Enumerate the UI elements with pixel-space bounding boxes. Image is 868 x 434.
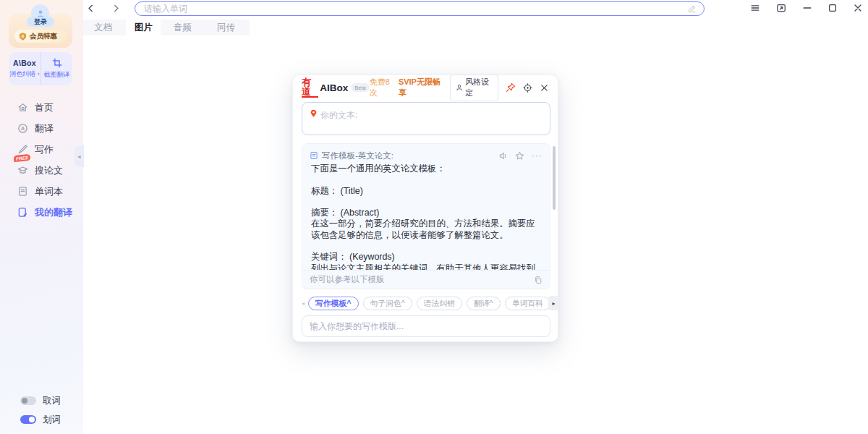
- collapse-arrow-icon: ◂: [77, 153, 80, 160]
- result-card-footer: 你可以参考以下模版: [302, 270, 550, 289]
- search-input[interactable]: [135, 4, 687, 14]
- graduation-cap-icon: [17, 165, 28, 176]
- settings-gear-icon[interactable]: [523, 83, 532, 93]
- login-button[interactable]: 登录: [27, 17, 54, 27]
- style-setting-button[interactable]: 风格设定: [450, 75, 498, 101]
- result-title: 写作模板-英文论文:: [322, 150, 393, 161]
- chip-writing-template[interactable]: 写作模板^: [308, 297, 359, 310]
- favorite-star-icon[interactable]: [515, 151, 524, 161]
- tab-image[interactable]: 图片: [135, 22, 153, 34]
- person-icon: [456, 84, 463, 91]
- aibox-dialog: 有道 AIBox Beta 免费8次 SVIP无限畅享 风格设定 你的文本:: [292, 75, 558, 342]
- login-area[interactable]: 登录 ¥ 会员特惠: [9, 4, 72, 48]
- forward-button[interactable]: [110, 2, 122, 14]
- speaker-icon[interactable]: [498, 151, 508, 161]
- minimize-icon: [802, 3, 812, 13]
- sidebar-item-label: 单词本: [35, 185, 63, 198]
- chip-word-encyclopedia[interactable]: 单词百科: [505, 297, 550, 310]
- aibox-polish-shortcut[interactable]: A\Box 润色纠错 ›: [9, 52, 41, 85]
- maximize-icon: [827, 3, 838, 13]
- template-prompt-box: [302, 315, 550, 337]
- menu-button[interactable]: [749, 2, 761, 14]
- chip-grammar-check[interactable]: 语法纠错: [417, 297, 462, 310]
- chips-scroll-left-icon[interactable]: ◂: [302, 300, 305, 307]
- function-chips-row: ◂ 写作模板^ 句子润色^ 语法纠错 翻译^ 单词百科 论文去: [302, 295, 550, 311]
- close-icon: [853, 3, 863, 13]
- chips-scroll-right-button[interactable]: ▸: [548, 296, 559, 310]
- hamburger-icon: [750, 3, 760, 13]
- vip-badge-icon: ¥: [19, 33, 27, 41]
- tab-document[interactable]: 文档: [94, 22, 112, 34]
- location-pin-icon: [310, 109, 318, 118]
- your-text-input-area[interactable]: 你的文本:: [302, 102, 550, 135]
- template-body-text: 下面是一个通用的英文论文模板： 标题： (Title) 摘要： (Abstrac…: [311, 163, 544, 270]
- dialog-scrollbar-thumb[interactable]: [553, 146, 556, 210]
- chips-scroller: 写作模板^ 句子润色^ 语法纠错 翻译^ 单词百科 论文去: [308, 297, 550, 310]
- sidebar-item-paper-search[interactable]: 搜论文: [0, 160, 83, 181]
- sidebar-collapse-handle[interactable]: ◂: [75, 145, 84, 167]
- crop-icon: [52, 58, 62, 68]
- mini-window-icon: [776, 3, 786, 13]
- handwriting-pen-icon[interactable]: [687, 4, 697, 14]
- svg-text:A: A: [21, 125, 25, 132]
- aibox-polish-label: 润色纠错 ›: [9, 69, 40, 79]
- pen-icon: [17, 144, 28, 155]
- screenshot-translate-shortcut[interactable]: 截图翻译: [41, 52, 72, 85]
- sidebar-item-wordbook[interactable]: 单词本: [0, 181, 83, 202]
- word-capture-toggle-row: 取词: [20, 393, 85, 408]
- book-icon: [17, 186, 28, 197]
- chip-translate[interactable]: 翻译^: [467, 297, 501, 310]
- aibox-dialog-header: 有道 AIBox Beta 免费8次 SVIP无限畅享 风格设定: [293, 75, 558, 100]
- maximize-button[interactable]: [827, 2, 838, 14]
- svip-promo-link[interactable]: SVIP无限畅享: [399, 77, 443, 98]
- your-text-placeholder: 你的文本:: [320, 109, 357, 122]
- vip-offer-label: 会员特惠: [30, 32, 57, 41]
- word-capture-toggle[interactable]: [20, 396, 36, 405]
- close-window-button[interactable]: [852, 2, 864, 14]
- pin-icon[interactable]: [506, 82, 516, 93]
- result-card-header: 写作模板-英文论文: ···: [302, 144, 550, 161]
- sidebar-item-label: 我的翻译: [35, 206, 72, 219]
- close-dialog-button[interactable]: [540, 83, 549, 93]
- sidebar-item-label: 翻译: [35, 122, 54, 135]
- tab-simultaneous[interactable]: 同传: [217, 22, 235, 34]
- sidebar-item-writing[interactable]: 写作: [0, 139, 83, 160]
- chip-sentence-polish[interactable]: 句子润色^: [363, 297, 412, 310]
- translate-icon: A: [17, 123, 28, 134]
- sidebar: 登录 ¥ 会员特惠 A\Box 润色纠错 › 截图翻译 首页 A 翻译: [0, 0, 83, 434]
- template-doc-icon: [310, 151, 318, 160]
- template-prompt-input[interactable]: [302, 316, 550, 336]
- mini-window-button[interactable]: [775, 2, 787, 14]
- sidebar-item-label: 首页: [35, 101, 54, 114]
- word-select-toggle-row: 划词: [20, 412, 85, 427]
- aibox-shortcut-card: A\Box 润色纠错 › 截图翻译: [9, 52, 72, 85]
- home-icon: [17, 102, 28, 113]
- footer-hint-text: 你可以参考以下模版: [310, 274, 385, 285]
- free-quota-label: 免费8次: [370, 77, 395, 98]
- minimize-button[interactable]: [801, 2, 813, 14]
- sidebar-item-my-translation[interactable]: 我的翻译: [0, 202, 83, 223]
- more-options-icon[interactable]: ···: [532, 150, 542, 161]
- copy-icon[interactable]: [534, 276, 542, 284]
- screenshot-translate-label: 截图翻译: [44, 70, 70, 80]
- back-button[interactable]: [85, 2, 96, 14]
- aibox-logo: A\Box: [13, 59, 36, 67]
- vip-offer-button[interactable]: ¥ 会员特惠: [14, 30, 67, 43]
- youdao-logo: 有道: [302, 77, 318, 98]
- tab-audio[interactable]: 音频: [174, 22, 192, 34]
- toggle-label: 划词: [43, 414, 61, 426]
- template-result-card: 写作模板-英文论文: ··· 下面是一个通用的英文论文模板： 标题： (Titl…: [302, 143, 550, 289]
- style-setting-label: 风格设定: [465, 77, 493, 98]
- my-translation-icon: [17, 207, 28, 218]
- sidebar-item-home[interactable]: 首页: [0, 97, 83, 118]
- word-select-toggle[interactable]: [20, 415, 36, 424]
- sidebar-item-label: 搜论文: [35, 164, 63, 177]
- result-actions: ···: [498, 150, 542, 161]
- toggle-label: 取词: [43, 395, 61, 407]
- search-bar: [135, 1, 705, 16]
- sidebar-item-translate[interactable]: A 翻译: [0, 118, 83, 139]
- beta-badge: Beta: [351, 83, 369, 92]
- sidebar-item-label: 写作: [35, 143, 54, 156]
- aibox-title: AIBox: [320, 82, 348, 93]
